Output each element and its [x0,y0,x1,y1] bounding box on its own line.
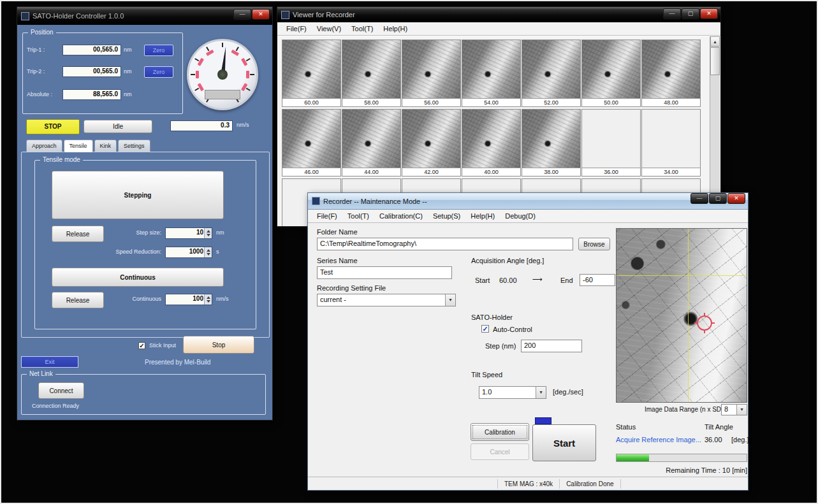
close-icon: ✕ [734,195,739,201]
continuous-rate-spinner[interactable] [204,294,212,305]
tab-settings[interactable]: Settings [118,140,150,152]
viewer-menubar: File(F) View(V) Tool(T) Help(H) [277,22,720,36]
viewer-app-icon [281,11,289,19]
end-angle-field[interactable]: -60 [580,274,615,286]
thumbnail-cell[interactable]: 52.00 [522,40,581,107]
thumbnail-cell[interactable]: 34.00 [641,109,701,176]
recorder-menu-help[interactable]: Help(H) [465,211,500,221]
sato-titlebar[interactable]: SATO-Holder Controller 1.0.0 — ✕ [17,7,272,25]
viewer-menu-tool[interactable]: Tool(T) [346,24,378,34]
scroll-up-button[interactable]: ▲ [710,36,720,47]
viewer-maximize-button[interactable]: ▢ [682,8,699,19]
step-size-field[interactable]: 10 [165,227,212,239]
trip1-zero-button[interactable]: Zero [144,45,173,56]
connect-button[interactable]: Connect [38,382,84,399]
stop2-button[interactable]: Stop [183,336,254,354]
gauge-tick [236,47,239,51]
stop-button[interactable]: STOP [26,119,80,134]
minimize-icon: — [240,11,245,17]
speed-reduction-unit: s [216,248,219,255]
auto-control-checkbox[interactable]: ✓ [481,325,489,333]
thumbnail-angle-label: 48.00 [642,98,700,106]
gauge-readout [205,90,240,99]
thumbnail-cell[interactable]: 50.00 [581,40,641,107]
recorder-menu-setup[interactable]: Setup(S) [428,211,465,221]
tilt-speed-combo[interactable]: 1.0 ▾ [479,386,546,399]
tem-thumbnail-image [342,110,400,168]
series-name-field[interactable]: Test [317,266,452,279]
thumbnail-cell[interactable]: 42.00 [402,109,461,176]
thumbnail-cell[interactable]: 38.00 [522,109,581,176]
tem-preview-image[interactable] [616,228,747,403]
thumbnail-cell[interactable]: 48.00 [641,40,701,107]
thumbnail-cell[interactable]: 46.00 [282,109,341,176]
release-continuous-button[interactable]: Release [52,292,104,308]
thumbnail-angle-label: 56.00 [402,98,460,106]
recorder-titlebar[interactable]: Recorder -- Maintenance Mode -- — ▢ ✕ [308,193,748,210]
viewer-titlebar[interactable]: Viewer for Recorder — ▢ ✕ [277,7,720,22]
recorder-menu-debug[interactable]: Debug(D) [500,211,541,221]
thumbnail-cell[interactable]: 40.00 [462,109,521,176]
trip2-zero-button[interactable]: Zero [144,66,173,78]
continuous-button[interactable]: Continuous [52,268,224,287]
sato-minimize-button[interactable]: — [233,9,251,20]
speed-reduction-spinner[interactable] [204,247,212,257]
sato-close-button[interactable]: ✕ [252,9,270,20]
viewer-close-button[interactable]: ✕ [700,8,718,19]
recorder-menu-calibration[interactable]: Calibration(C) [374,211,428,221]
continuous-rate-value: 100 [166,295,203,302]
viewer-menu-file[interactable]: File(F) [281,24,312,34]
viewer-menu-help[interactable]: Help(H) [378,24,413,34]
cancel-button[interactable]: Cancel [471,443,529,460]
tab-kink[interactable]: Kink [94,140,117,152]
start-button[interactable]: Start [532,424,596,461]
recorder-menu-tool[interactable]: Tool(T) [342,211,374,221]
dropdown-arrow-icon[interactable]: ▾ [445,294,455,306]
scrollbar-thumb[interactable] [710,47,720,75]
exit-button[interactable]: Exit [21,356,78,368]
browse-button[interactable]: Browse [578,238,610,250]
thumbnail-cell[interactable]: 44.00 [342,109,401,176]
dropdown-arrow-icon[interactable]: ▾ [736,405,747,415]
stepping-button[interactable]: Stepping [52,171,224,219]
recorder-minimize-button[interactable]: — [690,193,708,204]
folder-name-field[interactable]: C:\Temp\RealtimeTomography\ [317,238,573,250]
net-link-group: Net Link Connect Connection Ready [21,374,266,415]
release-step-button[interactable]: Release [52,226,104,242]
speed-reduction-field[interactable]: 1000 [165,247,212,258]
gauge-tick [250,74,254,75]
tem-thumbnail-image [582,40,640,99]
holder-step-field[interactable]: 200 [521,340,582,352]
thumbnail-angle-label: 60.00 [282,98,340,106]
viewer-window-title: Viewer for Recorder [293,11,355,18]
thumbnail-cell[interactable]: 58.00 [342,40,401,107]
idle-button[interactable]: Idle [84,120,152,133]
tem-thumbnail-image [642,40,700,99]
thumbnail-cell[interactable]: 36.00 [581,109,641,176]
continuous-rate-field[interactable]: 100 [165,294,212,305]
step-size-spinner[interactable] [204,228,212,238]
image-data-range-combo[interactable]: 8 ▾ [721,404,747,415]
thumbnail-cell[interactable]: 56.00 [402,40,461,107]
recorder-menu-file[interactable]: File(F) [312,211,342,221]
viewer-minimize-button[interactable]: — [663,8,681,19]
gauge-tick-label [198,83,204,91]
dropdown-arrow-icon[interactable]: ▾ [536,387,546,398]
trip2-label: Trip-2 : [27,68,45,75]
recording-setting-combo[interactable]: current - ▾ [317,294,456,306]
gauge-tick [246,88,251,91]
stick-input-checkbox[interactable]: ✓ [138,342,145,349]
tab-approach[interactable]: Approach [26,140,62,152]
calibration-button[interactable]: Calibration [471,423,529,441]
viewer-menu-view[interactable]: View(V) [312,24,346,34]
statusbar-spacer [308,479,498,489]
recorder-maximize-button[interactable]: ▢ [709,193,727,204]
mode-tabs: Approach Tensile Kink Settings [26,140,152,152]
thumbnail-angle-label: 36.00 [582,168,640,176]
recorder-close-button[interactable]: ✕ [727,193,745,204]
thumbnail-cell[interactable]: 54.00 [462,40,521,107]
thumbnail-cell[interactable]: 60.00 [282,40,341,107]
recorder-menubar: File(F) Tool(T) Calibration(C) Setup(S) … [308,210,748,223]
tab-tensile[interactable]: Tensile [64,140,93,152]
sato-app-icon [21,12,29,20]
